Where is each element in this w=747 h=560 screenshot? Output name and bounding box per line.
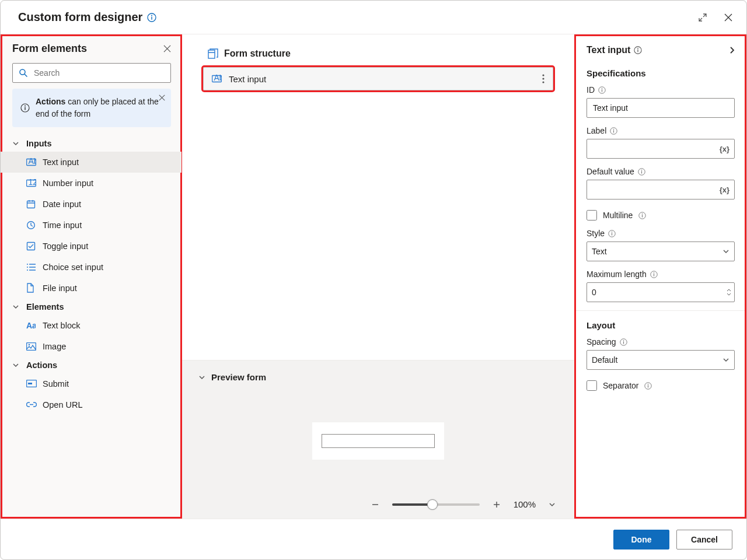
zoom-value: 100% — [514, 499, 536, 509]
svg-rect-13 — [27, 242, 35, 250]
item-toggle-input[interactable]: Toggle input — [1, 236, 181, 257]
text-input-icon: Abc — [212, 75, 222, 83]
svg-point-29 — [602, 88, 603, 89]
cancel-button[interactable]: Cancel — [676, 530, 732, 550]
zoom-slider[interactable] — [392, 503, 480, 506]
info-icon[interactable] — [147, 13, 156, 22]
svg-point-38 — [642, 213, 643, 214]
item-image[interactable]: Image — [1, 336, 181, 357]
svg-point-35 — [641, 169, 642, 170]
info-icon[interactable] — [650, 271, 658, 278]
info-banner: Actions can only be placed at the end of… — [12, 89, 171, 127]
chevron-down-icon — [12, 303, 19, 310]
zoom-in-icon[interactable] — [493, 501, 501, 509]
info-icon[interactable] — [638, 212, 646, 219]
item-choice-set-input[interactable]: Choice set input — [1, 257, 181, 278]
svg-rect-27 — [638, 50, 638, 52]
svg-rect-36 — [641, 171, 642, 173]
section-specifications: Specifications — [575, 61, 746, 79]
group-actions[interactable]: Actions — [1, 357, 181, 373]
expand-icon[interactable] — [699, 13, 707, 22]
group-elements[interactable]: Elements — [1, 299, 181, 315]
style-select[interactable]: Text — [587, 242, 735, 261]
svg-point-24 — [542, 81, 544, 83]
svg-rect-11 — [27, 201, 35, 208]
more-icon[interactable] — [542, 74, 544, 83]
search-field[interactable] — [33, 68, 165, 78]
calendar-icon — [26, 200, 36, 209]
info-icon[interactable] — [610, 127, 617, 135]
close-icon[interactable] — [724, 13, 732, 22]
text-input-icon: Abc — [26, 158, 36, 166]
svg-point-22 — [542, 74, 544, 76]
spinner-icon[interactable] — [726, 288, 732, 296]
svg-point-5 — [25, 105, 26, 106]
field-spacing: Spacing Default — [575, 331, 746, 372]
item-number-input[interactable]: 123Number input — [1, 173, 181, 194]
form-elements-title: Form elements — [12, 43, 87, 55]
properties-title: Text input — [587, 45, 630, 55]
svg-point-47 — [623, 340, 624, 341]
label-input[interactable] — [592, 139, 729, 158]
svg-rect-42 — [612, 233, 612, 235]
item-open-url[interactable]: Open URL — [1, 394, 181, 415]
group-inputs[interactable]: Inputs — [1, 135, 181, 152]
svg-rect-39 — [642, 215, 643, 217]
item-text-input[interactable]: AbcText input — [1, 152, 181, 173]
form-structure-panel: Form structure Abc Text input Preview fo… — [182, 34, 574, 519]
chevron-down-icon[interactable] — [198, 374, 205, 381]
svg-rect-30 — [602, 89, 602, 92]
svg-text:Aa: Aa — [26, 321, 36, 330]
id-input[interactable] — [592, 99, 729, 117]
svg-rect-2 — [152, 16, 152, 19]
multiline-checkbox[interactable] — [587, 210, 597, 220]
svg-point-1 — [151, 15, 152, 16]
separator-checkbox[interactable] — [587, 380, 597, 391]
field-separator: Separator — [575, 372, 746, 393]
chevron-down-icon[interactable] — [549, 501, 556, 508]
preview-text-input[interactable] — [322, 434, 435, 448]
number-input-icon: 123 — [26, 179, 36, 187]
info-icon[interactable] — [638, 168, 645, 176]
spacing-select[interactable]: Default — [587, 350, 735, 370]
field-style: Style Text — [575, 223, 746, 264]
zoom-out-icon[interactable] — [371, 501, 379, 509]
info-icon[interactable] — [634, 46, 642, 54]
done-button[interactable]: Done — [613, 530, 669, 550]
panel-close-icon[interactable] — [163, 45, 171, 52]
info-icon[interactable] — [598, 86, 606, 94]
info-icon[interactable] — [644, 382, 652, 390]
banner-close-icon[interactable] — [159, 94, 165, 101]
item-date-input[interactable]: Date input — [1, 194, 181, 215]
form-elements-panel: Form elements Actions can only be placed… — [1, 34, 182, 519]
item-text-block[interactable]: AaText block — [1, 315, 181, 336]
item-submit[interactable]: Submit — [1, 373, 181, 394]
item-time-input[interactable]: Time input — [1, 215, 181, 236]
variable-icon[interactable]: {x} — [720, 145, 729, 153]
checkbox-icon — [26, 242, 36, 251]
svg-text:Abc: Abc — [214, 75, 222, 82]
item-file-input[interactable]: File input — [1, 278, 181, 299]
form-structure-row[interactable]: Abc Text input — [203, 67, 553, 90]
chevron-right-icon[interactable] — [729, 46, 736, 54]
default-value-input[interactable] — [592, 180, 729, 199]
field-default-value: Default value {x} — [575, 161, 746, 202]
field-label: Label {x} — [575, 120, 746, 161]
chevron-down-icon — [722, 248, 729, 255]
info-icon[interactable] — [620, 338, 627, 346]
svg-point-44 — [653, 272, 654, 273]
link-icon — [26, 401, 37, 408]
dialog-title: Custom form designer — [18, 10, 142, 24]
max-length-input[interactable]: 0 — [587, 282, 735, 302]
info-icon[interactable] — [608, 230, 616, 237]
svg-rect-6 — [25, 107, 25, 110]
preview-title: Preview form — [211, 372, 266, 382]
svg-point-23 — [542, 78, 544, 79]
row-label: Text input — [229, 74, 266, 84]
field-max-length: Maximum length 0 — [575, 264, 746, 304]
variable-icon[interactable]: {x} — [720, 186, 729, 194]
preview-panel: Preview form 100% — [182, 360, 574, 519]
search-input[interactable] — [12, 63, 171, 83]
element-tree: Inputs AbcText input 123Number input Dat… — [1, 135, 181, 421]
field-id: ID — [575, 79, 746, 120]
